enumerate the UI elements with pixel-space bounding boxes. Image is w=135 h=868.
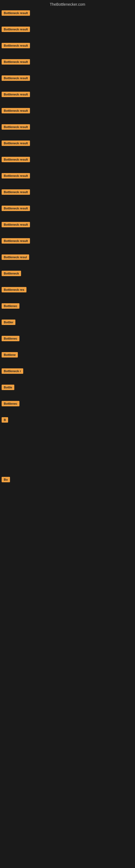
bottleneck-badge: Bottleneck result — [2, 141, 30, 146]
list-item[interactable]: Bottleneck result — [1, 139, 134, 148]
bottleneck-badge: Bottlene — [2, 352, 18, 358]
bottleneck-badge: Bottleneck result — [2, 10, 30, 16]
list-item[interactable]: Bottlenec — [1, 399, 134, 408]
bottleneck-badge: Bottleneck result — [2, 206, 30, 211]
list-item[interactable]: Bottleneck resul — [1, 253, 134, 261]
list-item[interactable]: Bo — [1, 475, 134, 484]
list-item[interactable]: Bottleneck result — [1, 123, 134, 131]
site-title-text: TheBottlenecker.com — [50, 2, 85, 6]
bottleneck-badge: Bo — [2, 477, 10, 482]
list-item[interactable]: Bottlenec — [1, 302, 134, 310]
bottleneck-badge: Bottleneck res — [2, 287, 27, 292]
bottleneck-badge: Bottleneck r — [2, 368, 23, 374]
bottleneck-badge: Bottlenec — [2, 401, 19, 406]
list-item[interactable]: Bottleneck result — [1, 188, 134, 196]
list-item[interactable]: Bottleneck result — [1, 155, 134, 164]
list-item[interactable]: Bottleneck result — [1, 172, 134, 180]
bottleneck-badge: Bottleneck result — [2, 189, 30, 195]
list-item[interactable] — [1, 524, 134, 527]
list-item[interactable]: Bottlenec — [1, 334, 134, 343]
list-item[interactable] — [1, 492, 134, 495]
list-item[interactable] — [1, 432, 134, 435]
bottleneck-badge: Bottleneck result — [2, 173, 30, 179]
list-item[interactable]: Bottleneck res — [1, 285, 134, 294]
list-item[interactable]: Bottlene — [1, 350, 134, 359]
list-item[interactable] — [1, 443, 134, 446]
bottleneck-badge: Bottleneck — [2, 271, 21, 276]
list-item[interactable]: Bottleneck result — [1, 220, 134, 229]
items-container: Bottleneck resultBottleneck resultBottle… — [0, 8, 135, 536]
bottleneck-badge: Bottleneck result — [2, 238, 30, 244]
list-item[interactable]: Bottle — [1, 383, 134, 392]
list-item[interactable]: Bottleneck result — [1, 25, 134, 34]
bottleneck-badge: Bottler — [2, 319, 15, 325]
bottleneck-badge: Bottleneck result — [2, 92, 30, 97]
site-title: TheBottlenecker.com — [0, 0, 135, 8]
list-item[interactable]: Bottleneck result — [1, 58, 134, 66]
list-item[interactable]: Bottleneck result — [1, 204, 134, 213]
bottleneck-badge: Bottleneck result — [2, 157, 30, 162]
bottleneck-badge: Bottleneck result — [2, 124, 30, 130]
list-item[interactable]: Bottleneck result — [1, 74, 134, 83]
list-item[interactable] — [1, 513, 134, 517]
bottleneck-badge: Bottleneck resul — [2, 254, 29, 260]
list-item[interactable]: B — [1, 415, 134, 424]
list-item[interactable]: Bottleneck r — [1, 367, 134, 375]
bottleneck-badge: Bottleneck result — [2, 75, 30, 81]
bottleneck-badge: Bottle — [2, 384, 14, 390]
bottleneck-badge: Bottlenec — [2, 336, 19, 341]
list-item[interactable]: Bottler — [1, 318, 134, 327]
bottleneck-badge: Bottleneck result — [2, 108, 30, 113]
bottleneck-badge: B — [2, 417, 8, 423]
list-item[interactable]: Bottleneck — [1, 269, 134, 278]
bottleneck-badge: Bottleneck result — [2, 43, 30, 48]
list-item[interactable]: Bottleneck result — [1, 9, 134, 18]
list-item[interactable] — [1, 502, 134, 506]
list-item[interactable] — [1, 454, 134, 457]
list-item[interactable]: Bottleneck result — [1, 106, 134, 115]
list-item[interactable]: Bottleneck result — [1, 41, 134, 50]
bottleneck-badge: Bottleneck result — [2, 222, 30, 227]
bottleneck-badge: Bottleneck result — [2, 59, 30, 65]
bottleneck-badge: Bottlenec — [2, 303, 19, 309]
list-item[interactable] — [1, 464, 134, 468]
list-item[interactable]: Bottleneck result — [1, 90, 134, 99]
list-item[interactable]: Bottleneck result — [1, 237, 134, 245]
bottleneck-badge: Bottleneck result — [2, 27, 30, 32]
